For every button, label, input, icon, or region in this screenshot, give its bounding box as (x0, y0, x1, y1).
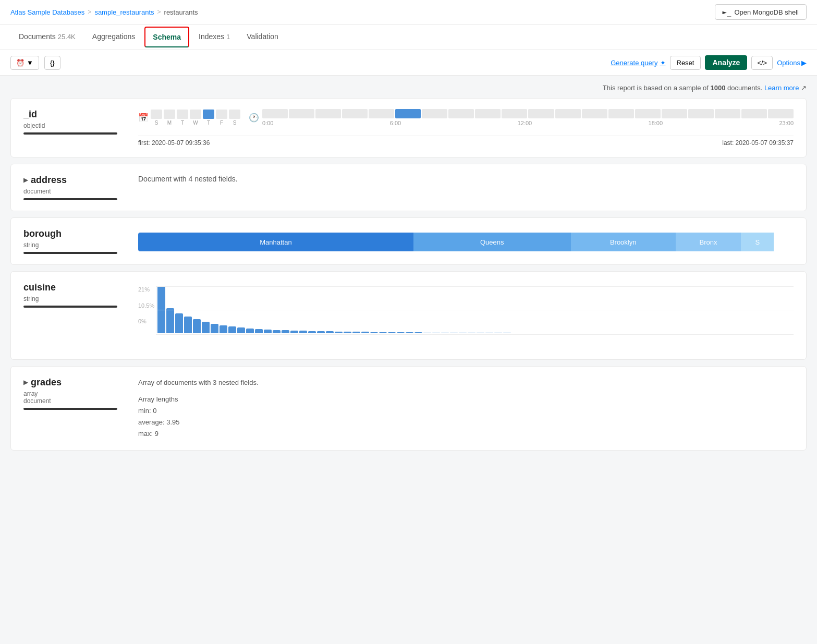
address-chart-text: Document with 4 nested fields. (138, 175, 238, 183)
field-card-cuisine: cuisine string 21% 10.5% 0% (10, 271, 807, 360)
breadcrumb-restaurants: restaurants (164, 8, 198, 16)
code-view-button[interactable]: </> (751, 56, 773, 70)
tab-schema[interactable]: Schema (144, 27, 189, 47)
top-bar: Atlas Sample Databases > sample_restaura… (0, 0, 817, 25)
field-card-address: ▶ address document Document with 4 neste… (10, 164, 807, 211)
tabs-bar: Documents25.4K Aggregations Schema Index… (0, 25, 817, 50)
json-view-button[interactable]: {} (44, 56, 60, 70)
clock-icon: ⏰ (16, 59, 25, 67)
expand-arrow-address[interactable]: ▶ (23, 177, 28, 184)
code-icon: {} (50, 59, 55, 67)
reset-button[interactable]: Reset (670, 56, 701, 70)
expand-arrow-grades[interactable]: ▶ (23, 379, 28, 386)
field-name-id: _id (23, 109, 37, 120)
borough-bar-chart: Manhattan Queens Brooklyn Bronx S (138, 233, 794, 251)
cuisine-histogram: 21% 10.5% 0% (138, 286, 794, 349)
learn-more-link[interactable]: Learn more (764, 84, 799, 92)
tab-documents[interactable]: Documents25.4K (10, 25, 84, 49)
toolbar: ⏰ ▼ {} Generate query ✦ Reset Analyze </… (0, 50, 817, 76)
field-name-borough: borough (23, 228, 62, 239)
terminal-icon: ►_ (723, 8, 731, 16)
last-date: last: 2020-05-07 09:35:37 (722, 139, 794, 147)
code-brackets-icon: </> (757, 59, 767, 67)
chevron-down-icon: ▼ (27, 59, 33, 67)
tab-validation[interactable]: Validation (238, 25, 286, 49)
grades-info-text: Array of documents with 3 nested fields.… (138, 377, 794, 440)
clock-icon-id: 🕐 (249, 113, 259, 123)
first-date: first: 2020-05-07 09:35:36 (138, 139, 210, 147)
tab-aggregations[interactable]: Aggregations (84, 25, 144, 49)
open-shell-button[interactable]: ►_ Open MongoDB shell (715, 4, 807, 20)
generate-query-link[interactable]: Generate query ✦ (611, 59, 665, 67)
sparkle-icon: ✦ (660, 59, 666, 67)
tab-indexes[interactable]: Indexes1 (190, 25, 238, 49)
field-card-borough: borough string Manhattan Queens Brooklyn… (10, 217, 807, 265)
field-card-grades: ▶ grades array document Array of documen… (10, 366, 807, 451)
breadcrumb-sep-2: > (157, 8, 161, 16)
breadcrumb-atlas[interactable]: Atlas Sample Databases (10, 8, 84, 16)
chevron-right-icon: ▶ (801, 59, 807, 67)
field-name-cuisine: cuisine (23, 282, 56, 293)
options-link[interactable]: Options ▶ (777, 59, 807, 67)
calendar-icon: 📅 (138, 113, 149, 123)
main-content: This report is based on a sample of 1000… (0, 76, 817, 465)
field-card-id: _id objectid 📅 (10, 98, 807, 157)
sample-notice: This report is based on a sample of 1000… (10, 84, 807, 92)
breadcrumb-sep-1: > (88, 8, 91, 16)
field-name-grades: grades (31, 377, 62, 388)
clock-filter-button[interactable]: ⏰ ▼ (10, 56, 39, 70)
field-name-address: address (31, 175, 67, 186)
analyze-button[interactable]: Analyze (705, 55, 747, 70)
breadcrumb: Atlas Sample Databases > sample_restaura… (10, 8, 198, 16)
breadcrumb-sample-restaurants[interactable]: sample_restaurants (94, 8, 154, 16)
